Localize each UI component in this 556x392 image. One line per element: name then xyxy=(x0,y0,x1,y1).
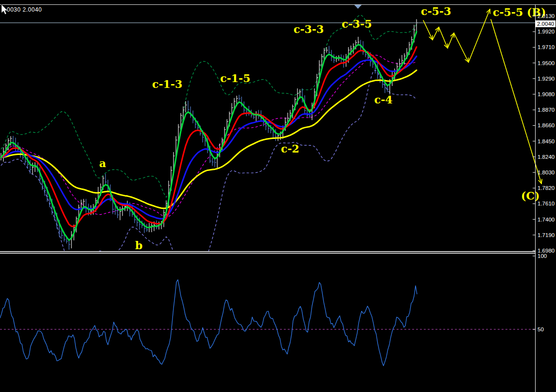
price-tick-label: 1.7610 xyxy=(538,201,555,206)
wave-label: b xyxy=(135,239,142,252)
price-tick-label: 1.9710 xyxy=(538,44,555,50)
wave-label: c-4 xyxy=(374,93,393,106)
price-tick-label: 2.0130 xyxy=(538,13,555,19)
wave-label: c-3-5 xyxy=(342,17,372,30)
price-tick-label: 1.7400 xyxy=(538,217,555,222)
wave-label: c-2 xyxy=(281,142,299,155)
wave-label: a xyxy=(99,157,106,170)
price-tick-label: 1.8870 xyxy=(538,107,555,113)
indicator-tick-label: 100 xyxy=(538,253,547,259)
current-price-label: 2.0040 xyxy=(537,21,554,27)
indicator-tick-label: 50 xyxy=(538,326,544,332)
price-tick-label: 1.8030 xyxy=(538,170,555,175)
wave-label: c-3-3 xyxy=(294,23,324,35)
trading-terminal-window: c-1-3c-1-5c-3-3c-3-5c-5-3c-5-5 (B)abc-2c… xyxy=(0,0,556,392)
price-tick-label: 1.8660 xyxy=(538,122,555,128)
price-tick-label: 1.9080 xyxy=(538,91,555,97)
wave-label: (C) xyxy=(521,189,539,202)
price-tick-label: 1.8240 xyxy=(538,154,555,160)
price-tick-label: 1.8450 xyxy=(538,138,555,144)
price-tick-label: 1.7820 xyxy=(538,185,555,191)
top-border-line xyxy=(0,4,556,5)
chart-canvas[interactable]: c-1-3c-1-5c-3-3c-3-5c-5-3c-5-5 (B)abc-2c… xyxy=(0,0,556,392)
wave-label: c-1-5 xyxy=(220,72,250,85)
panel-separator-line xyxy=(0,251,535,252)
wave-label: c-5-3 xyxy=(421,5,451,17)
price-tick-label: 1.9290 xyxy=(538,76,555,82)
quote-text: 0030 2.0040 xyxy=(7,6,42,13)
price-tick-label: 1.7190 xyxy=(538,232,555,238)
price-tick-label: 1.9920 xyxy=(538,29,555,34)
wave-label: c-1-3 xyxy=(152,78,182,90)
price-tick-label: 1.9500 xyxy=(538,60,555,66)
panel-separator-line xyxy=(0,253,535,254)
